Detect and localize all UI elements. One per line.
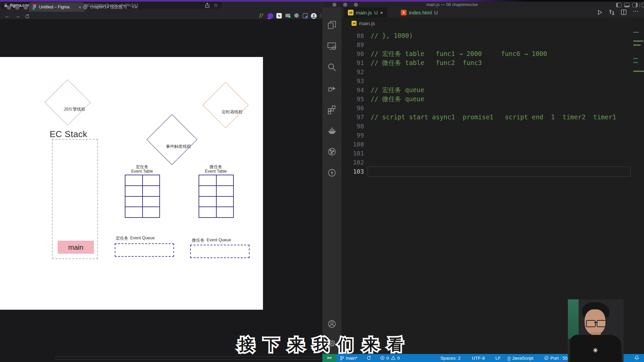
table-cell[interactable] — [143, 196, 160, 207]
tab-index-html[interactable]: 5 index.html U — [397, 7, 442, 18]
figma-canvas-background[interactable]: JS引擎线程 定时器线程 事件触发线程 EC Stack main 宏任务 Ev… — [0, 19, 322, 362]
explorer-icon[interactable] — [327, 20, 337, 30]
code-line[interactable] — [371, 67, 632, 76]
code-line[interactable] — [371, 76, 632, 85]
figma-horizontal-scrollbar[interactable] — [55, 356, 321, 360]
share-icon[interactable] — [205, 3, 210, 8]
table-cell[interactable] — [143, 175, 160, 186]
line-number[interactable]: 90 — [341, 49, 364, 58]
code-line[interactable] — [371, 140, 632, 149]
extensions-icon[interactable] — [327, 105, 337, 114]
line-number[interactable]: 99 — [341, 131, 364, 140]
traffic-zoom-icon[interactable] — [354, 3, 358, 7]
language-item[interactable]: {} JavaScript — [507, 354, 533, 362]
extension-fn-icon[interactable]: f? — [258, 12, 264, 19]
table-cell[interactable] — [199, 175, 216, 186]
search-icon[interactable] — [327, 62, 337, 72]
forward-button[interactable]: → — [15, 13, 20, 19]
table-cell[interactable] — [216, 175, 234, 186]
eol-item[interactable]: LF — [495, 354, 501, 362]
diagram-diamond-timer-thread[interactable] — [203, 82, 249, 128]
line-number[interactable]: 101 — [341, 149, 364, 158]
minimap[interactable] — [632, 28, 644, 354]
extension-sidebar-icon[interactable] — [303, 13, 308, 18]
remote-explorer-icon[interactable] — [327, 41, 337, 51]
line-number[interactable]: 100 — [341, 140, 364, 149]
traffic-close-icon[interactable] — [332, 3, 336, 7]
open-changes-icon[interactable] — [608, 9, 615, 16]
profile-avatar[interactable] — [311, 13, 317, 19]
editor-gutter[interactable]: 888990919293949596979899100101102103 — [341, 31, 364, 176]
table-cell[interactable] — [199, 207, 216, 218]
run-file-icon[interactable] — [596, 9, 603, 16]
line-number[interactable]: 92 — [341, 67, 364, 76]
toggle-sidebar-icon[interactable] — [616, 3, 622, 7]
traffic-minimize-icon[interactable] — [343, 3, 347, 7]
line-number[interactable]: 89 — [341, 40, 364, 49]
table-cell[interactable] — [143, 186, 160, 196]
table-cell[interactable] — [216, 186, 234, 196]
code-line[interactable]: // 宏任务 table func1 → 2000 func6 → 1000 — [371, 49, 632, 58]
code-line[interactable] — [371, 122, 632, 131]
line-number[interactable]: 93 — [341, 76, 364, 85]
bookmark-star-icon[interactable]: ☆ — [214, 2, 218, 8]
split-editor-icon[interactable] — [621, 9, 627, 15]
micro-event-queue[interactable] — [190, 245, 250, 258]
code-line[interactable] — [371, 131, 632, 140]
table-cell[interactable] — [125, 175, 143, 186]
figma-frame[interactable]: JS引擎线程 定时器线程 事件触发线程 EC Stack main 宏任务 Ev… — [0, 57, 263, 310]
tab-close-icon[interactable]: × — [131, 5, 134, 10]
new-tab-button[interactable]: + — [134, 4, 138, 11]
line-number[interactable]: 98 — [341, 122, 364, 131]
line-number[interactable]: 102 — [341, 158, 364, 167]
code-line[interactable] — [371, 104, 632, 113]
toggle-panel-icon[interactable] — [624, 3, 630, 7]
run-debug-icon[interactable] — [327, 83, 337, 93]
diagram-diamond-js-engine-thread[interactable] — [45, 79, 91, 125]
line-number[interactable]: 97 — [341, 113, 364, 122]
event-table-grid[interactable] — [199, 175, 234, 218]
table-cell[interactable] — [199, 186, 216, 196]
back-button[interactable]: ← — [5, 13, 10, 19]
main-box[interactable]: main — [58, 241, 94, 254]
line-number[interactable]: 95 — [341, 95, 364, 104]
encoding-item[interactable]: UTF-8 — [472, 354, 485, 362]
code-line[interactable]: // }, 1000) — [371, 31, 632, 40]
more-actions-icon[interactable]: ⋯ — [633, 8, 638, 15]
customize-layout-icon[interactable] — [642, 3, 644, 7]
ec-stack-title[interactable]: EC Stack — [50, 129, 87, 139]
browser-tab-figma[interactable]: Untitled – Figma × — [29, 2, 85, 12]
extension-puzzle-icon[interactable] — [294, 13, 299, 18]
code-line[interactable] — [371, 167, 632, 176]
code-line[interactable] — [371, 40, 632, 49]
git-graph-icon[interactable] — [327, 147, 337, 157]
tab-close-icon[interactable]: × — [380, 10, 383, 15]
code-line[interactable] — [371, 149, 632, 158]
table-cell[interactable] — [125, 186, 143, 196]
tab-main-js[interactable]: JS main.js U × — [344, 7, 387, 18]
table-cell[interactable] — [125, 207, 143, 218]
table-cell[interactable] — [216, 196, 234, 207]
line-number[interactable]: 96 — [341, 104, 364, 113]
editor-code[interactable]: // }, 1000)// 宏任务 table func1 → 2000 fun… — [371, 31, 632, 176]
docker-icon[interactable] — [327, 126, 337, 135]
table-cell[interactable] — [216, 207, 234, 218]
traffic-close-icon[interactable] — [7, 5, 11, 10]
traffic-zoom-icon[interactable] — [23, 5, 28, 10]
indentation-item[interactable]: Spaces: 2 — [440, 354, 461, 362]
notifications-bell-icon[interactable] — [634, 354, 639, 362]
table-cell[interactable] — [143, 207, 160, 218]
account-icon[interactable] — [327, 319, 337, 329]
code-line[interactable]: // 微任务 table func2 func3 — [371, 58, 632, 67]
extension-purple-icon[interactable]: 10 — [268, 13, 273, 19]
traffic-minimize-icon[interactable] — [15, 5, 19, 10]
event-table-grid[interactable] — [125, 175, 160, 218]
table-cell[interactable] — [125, 196, 143, 207]
code-line[interactable]: // 微任务 queue — [371, 95, 632, 104]
toggle-secondary-sidebar-icon[interactable] — [632, 3, 638, 7]
extension-notion-icon[interactable]: N — [276, 13, 282, 18]
line-number[interactable]: 103 — [341, 167, 364, 176]
line-number[interactable]: 94 — [341, 85, 364, 95]
extension-window-icon[interactable] — [285, 13, 291, 18]
reload-button[interactable] — [25, 14, 30, 19]
